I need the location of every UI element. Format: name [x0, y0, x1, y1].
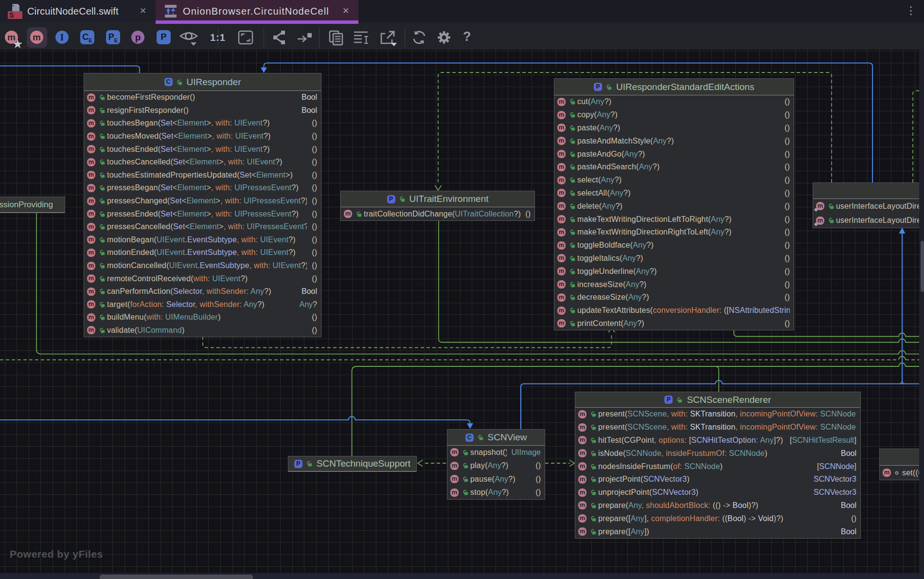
svg-text:S: S [9, 11, 14, 19]
